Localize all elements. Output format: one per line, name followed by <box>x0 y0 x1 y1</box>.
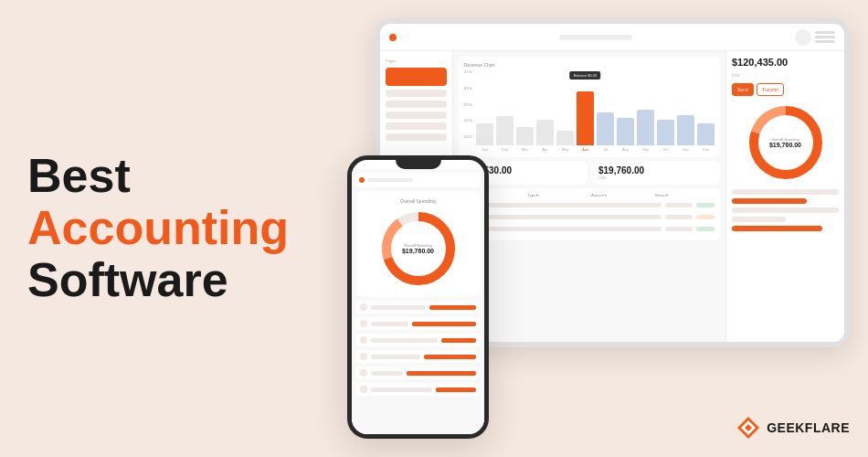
phone-list-item-1[interactable] <box>355 301 481 314</box>
hero-section: Best Accounting Software <box>27 150 283 307</box>
phone-list-bar-3 <box>371 338 438 343</box>
rsp-line-1 <box>732 189 839 195</box>
right-donut-amount: $19,760.00 <box>769 142 801 148</box>
phone-list-dot-3 <box>360 336 367 344</box>
chart-bar-oct <box>657 120 674 145</box>
phone-list-item-5[interactable] <box>355 367 481 379</box>
phone-donut-wrapper: Overall Spending $19,760.00 <box>377 207 460 290</box>
sidebar-item-2[interactable] <box>386 101 447 108</box>
chart-bar-feb <box>496 116 513 145</box>
chart-bar-jan <box>476 123 493 145</box>
phone-list-bar-5b <box>407 371 476 376</box>
chart-bar-apr <box>536 120 554 145</box>
transfer-button[interactable]: Transfer <box>757 83 784 96</box>
sidebar-item-4[interactable] <box>386 122 447 130</box>
trans-bar-1 <box>477 203 662 207</box>
trans-col-status[interactable]: Status ▾ <box>655 193 715 197</box>
phone-list-bar-6 <box>371 388 432 392</box>
tablet-search-bar[interactable] <box>559 35 632 40</box>
phone-donut-amount: $19,760.00 <box>402 248 434 254</box>
chart-bar-nov <box>677 115 694 145</box>
right-donut-label: Overall Spending $19,760.00 <box>769 137 801 148</box>
phone-list-dot-4 <box>360 353 367 360</box>
sidebar-section-label: Pages <box>386 58 447 63</box>
chart-bar-may <box>556 131 574 145</box>
chart-y-labels: $75k $50k $25k $10k $500 <box>464 69 474 152</box>
right-side-lines <box>732 189 839 231</box>
devices-container: Pages Revenue Chart <box>302 18 850 439</box>
phone-list-bar-4 <box>371 355 420 359</box>
phone-inner: Overall Spending Overall Spending $19,76… <box>352 169 484 439</box>
trans-bar-3b <box>665 227 693 231</box>
sidebar-item-3[interactable] <box>386 112 447 119</box>
phone-list-item-3[interactable] <box>355 334 481 346</box>
tablet-header-dot <box>389 34 397 41</box>
phone-donut-section: Overall Spending Overall Spending $19,76… <box>355 191 481 297</box>
phone-list-dot-2 <box>360 320 367 327</box>
chart-bar-jul <box>597 112 614 145</box>
hero-line-3: Software <box>27 255 283 307</box>
main-chart: Revenue Chart $75k $50k $25k $10k $500 <box>459 57 720 157</box>
phone-list-item-6[interactable] <box>355 383 481 396</box>
chart-tooltip-box: Balance $6.00 <box>570 71 601 80</box>
tablet-header <box>380 24 844 51</box>
tablet-main-content: Revenue Chart $75k $50k $25k $10k $500 <box>453 51 725 342</box>
phone-list-dot-6 <box>360 386 367 393</box>
tablet-avatar-icon <box>795 29 811 46</box>
phone-list-bar-2 <box>371 322 408 326</box>
phone-list-bar-1b <box>429 305 476 310</box>
phone-device: Overall Spending Overall Spending $19,76… <box>347 155 489 439</box>
stat-label-2: USD <box>598 175 713 180</box>
trans-status-2 <box>696 215 715 219</box>
trans-status-1 <box>696 203 715 207</box>
tablet-right-panel: $120,435.00 USD Send Transfer <box>725 51 844 342</box>
rsp-line-3 <box>732 207 839 213</box>
geekflare-diamond-icon <box>736 415 761 441</box>
trans-col-amount[interactable]: Amount ▾ <box>591 193 651 197</box>
hero-line-2: Accounting <box>27 202 283 254</box>
phone-donut-title: Overall Spending <box>400 198 435 204</box>
send-button[interactable]: Send <box>732 83 754 96</box>
phone-list-dot-5 <box>360 369 367 377</box>
chart-title: Revenue Chart <box>464 62 715 68</box>
right-balance-amount: $120,435.00 <box>732 57 839 68</box>
geekflare-logo: GEEKFLARE <box>736 415 850 441</box>
phone-list-bar-5 <box>371 371 403 376</box>
trans-row-3 <box>464 224 715 233</box>
phone-header-bar <box>367 178 413 182</box>
phone-list-bar-4b <box>424 355 476 359</box>
chart-bar-dec <box>697 123 715 145</box>
trans-bar-3 <box>477 227 662 231</box>
rsp-line-2 <box>732 198 807 204</box>
phone-list-bar-3b <box>441 338 476 343</box>
trans-header: Transactions Type ▾ Amount ▾ Status ▾ <box>464 193 715 197</box>
trans-col-type[interactable]: Type ▾ <box>528 193 588 197</box>
right-balance-label: USD <box>732 73 839 78</box>
phone-notch <box>396 160 441 169</box>
stat-card-2: $19,760.00 USD <box>591 161 720 185</box>
chart-bars: Balance $6.00 <box>476 69 715 145</box>
right-action-buttons: Send Transfer <box>732 83 839 96</box>
sidebar-item-5[interactable] <box>386 133 447 141</box>
hamburger-icon[interactable] <box>815 31 835 43</box>
right-donut-container: Overall Spending $19,760.00 <box>745 101 827 184</box>
rsp-line-5 <box>732 226 822 231</box>
phone-list-bar-1 <box>371 305 426 310</box>
phone-header <box>355 173 481 187</box>
trans-status-3 <box>696 227 715 231</box>
chart-bar-sep <box>637 110 654 146</box>
chart-bar-aug <box>617 118 634 145</box>
trans-row-1 <box>464 200 715 209</box>
tablet-header-icons <box>795 29 835 46</box>
chart-bar-jun-active: Balance $6.00 <box>577 91 594 145</box>
trans-bar-2b <box>665 215 693 219</box>
hero-line-1: Best <box>27 150 283 202</box>
sidebar-item-1[interactable] <box>386 90 447 97</box>
phone-list-item-2[interactable] <box>355 317 481 330</box>
chart-x-labels: Jan Feb Mar Apr May Jun Jul Aug Sep Oc <box>476 147 715 152</box>
phone-list-item-4[interactable] <box>355 350 481 363</box>
phone-list-bar-2b <box>412 322 476 326</box>
sidebar-active-item[interactable] <box>386 68 447 86</box>
stats-row: $50,530.00 USD $19,760.00 USD <box>459 161 720 185</box>
chart-bar-mar <box>516 127 534 145</box>
